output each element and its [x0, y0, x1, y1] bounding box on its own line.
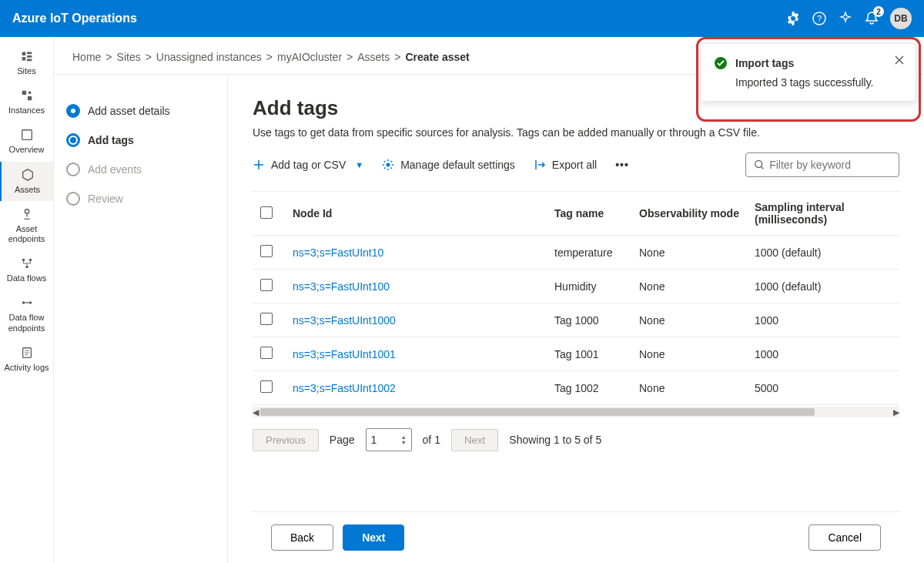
- col-observability[interactable]: Observability mode: [631, 192, 747, 236]
- toast-title: Import tags: [735, 57, 794, 69]
- scroll-left-arrow[interactable]: ◀: [253, 407, 259, 417]
- pagination: Previous Page 1 ▲▼ of 1 Next Showing 1 t…: [253, 428, 899, 451]
- sidebar-item-assets[interactable]: Assets: [0, 162, 53, 201]
- breadcrumb-link[interactable]: Unassigned instances: [156, 51, 262, 63]
- tag-name-cell: Tag 1002: [547, 371, 631, 405]
- sidebar-item-sites[interactable]: Sites: [0, 43, 53, 82]
- node-id-link[interactable]: ns=3;s=FastUInt1002: [293, 382, 396, 394]
- observability-cell: None: [631, 337, 747, 371]
- svg-rect-2: [22, 91, 25, 95]
- breadcrumb-link[interactable]: Home: [72, 51, 101, 63]
- node-id-link[interactable]: ns=3;s=FastUInt10: [293, 246, 383, 259]
- sidebar-item-asset-endpoints[interactable]: Asset endpoints: [0, 201, 53, 250]
- observability-cell: None: [631, 303, 747, 337]
- scroll-thumb[interactable]: [260, 408, 815, 416]
- scroll-right-arrow[interactable]: ▶: [893, 407, 899, 417]
- horizontal-scrollbar[interactable]: ◀ ▶: [253, 407, 899, 417]
- showing-text: Showing 1 to 5 of 5: [509, 434, 601, 446]
- sampling-cell: 1000 (default): [747, 270, 899, 303]
- header-actions: ? 2 DB: [785, 8, 912, 29]
- manage-default-settings-button[interactable]: Manage default settings: [382, 159, 515, 171]
- row-checkbox[interactable]: [260, 313, 273, 325]
- node-id-link[interactable]: ns=3;s=FastUInt1000: [293, 314, 396, 327]
- step-pending-icon: [66, 192, 80, 206]
- more-options-button[interactable]: •••: [615, 159, 629, 171]
- observability-cell: None: [631, 236, 747, 270]
- help-icon[interactable]: ?: [812, 11, 827, 26]
- app-header: Azure IoT Operations ? 2 DB: [0, 0, 924, 37]
- step-done-icon: [66, 104, 80, 118]
- sampling-cell: 1000 (default): [747, 236, 899, 270]
- avatar[interactable]: DB: [890, 8, 912, 29]
- wizard-steps: Add asset details Add tags Add events Re…: [54, 75, 227, 563]
- breadcrumb-link[interactable]: myAIOcluster: [277, 51, 342, 63]
- export-icon: [534, 159, 546, 171]
- of-label: of 1: [423, 434, 440, 446]
- tag-name-cell: Tag 1000: [547, 303, 631, 337]
- page-number-input[interactable]: 1 ▲▼: [366, 428, 412, 451]
- table-row: ns=3;s=FastUInt10temperatureNone1000 (de…: [253, 236, 899, 270]
- page-label: Page: [330, 434, 355, 446]
- sidebar-item-instances[interactable]: Instances: [0, 82, 53, 122]
- step-add-tags[interactable]: Add tags: [66, 126, 215, 155]
- filter-input[interactable]: [769, 159, 891, 171]
- step-active-icon: [66, 133, 80, 147]
- col-tag-name[interactable]: Tag name: [547, 192, 631, 236]
- previous-page-button[interactable]: Previous: [253, 429, 319, 451]
- table-row: ns=3;s=FastUInt1000Tag 1000None1000: [253, 303, 899, 337]
- sidebar-item-overview[interactable]: Overview: [0, 122, 53, 161]
- sidebar-label: Sites: [17, 66, 35, 76]
- sidebar-label: Activity logs: [4, 363, 49, 373]
- row-checkbox[interactable]: [260, 245, 273, 257]
- step-review[interactable]: Review: [66, 184, 215, 213]
- svg-point-8: [28, 259, 32, 262]
- svg-point-14: [755, 161, 762, 168]
- export-all-button[interactable]: Export all: [534, 159, 597, 171]
- sidebar-label: Assets: [15, 185, 40, 195]
- col-sampling[interactable]: Sampling interval (milliseconds): [747, 192, 899, 236]
- cancel-button[interactable]: Cancel: [808, 524, 881, 551]
- svg-point-13: [387, 163, 390, 167]
- sampling-cell: 1000: [747, 337, 899, 371]
- sparkle-icon[interactable]: [838, 11, 853, 26]
- col-node-id[interactable]: Node Id: [285, 192, 547, 236]
- svg-point-10: [22, 302, 25, 305]
- sidebar-item-data-flows[interactable]: Data flows: [0, 250, 53, 290]
- breadcrumb-link[interactable]: Sites: [117, 51, 141, 63]
- filter-input-wrapper[interactable]: [745, 152, 899, 177]
- close-icon[interactable]: [894, 55, 905, 65]
- svg-point-9: [25, 266, 28, 269]
- row-checkbox[interactable]: [260, 380, 273, 393]
- import-tags-toast: Import tags Imported 3 tags successfully…: [701, 43, 916, 102]
- notification-icon[interactable]: 2: [864, 11, 879, 26]
- toast-body: Imported 3 tags successfully.: [714, 76, 903, 89]
- row-checkbox[interactable]: [260, 347, 273, 359]
- settings-icon[interactable]: [785, 11, 801, 26]
- step-add-events[interactable]: Add events: [66, 155, 215, 184]
- sidebar-label: Data flow endpoints: [3, 313, 50, 333]
- breadcrumb-link[interactable]: Assets: [357, 51, 390, 63]
- row-checkbox[interactable]: [260, 279, 273, 291]
- node-id-link[interactable]: ns=3;s=FastUInt1001: [293, 348, 396, 360]
- sidebar-label: Instances: [8, 106, 45, 116]
- wizard-footer: Back Next Cancel: [253, 511, 899, 563]
- next-button[interactable]: Next: [343, 524, 404, 551]
- svg-point-11: [28, 302, 32, 305]
- add-tag-or-csv-button[interactable]: Add tag or CSV ▼: [253, 159, 363, 171]
- node-id-link[interactable]: ns=3;s=FastUInt100: [293, 280, 390, 293]
- select-all-checkbox[interactable]: [260, 206, 273, 219]
- sampling-cell: 5000: [747, 371, 899, 405]
- sidebar-label: Asset endpoints: [3, 224, 50, 244]
- table-row: ns=3;s=FastUInt1002Tag 1002None5000: [253, 371, 899, 405]
- sidebar-item-data-flow-endpoints[interactable]: Data flow endpoints: [0, 290, 53, 339]
- toolbar: Add tag or CSV ▼ Manage default settings…: [253, 152, 899, 177]
- spinner-icon[interactable]: ▲▼: [401, 434, 407, 445]
- table-row: ns=3;s=FastUInt1001Tag 1001None1000: [253, 337, 899, 371]
- search-icon: [754, 159, 765, 171]
- back-button[interactable]: Back: [271, 524, 333, 551]
- breadcrumb-current: Create asset: [405, 51, 469, 63]
- sidebar-item-activity-logs[interactable]: Activity logs: [0, 340, 53, 379]
- next-page-button[interactable]: Next: [451, 429, 498, 451]
- step-add-asset-details[interactable]: Add asset details: [66, 96, 215, 126]
- svg-point-4: [28, 92, 31, 95]
